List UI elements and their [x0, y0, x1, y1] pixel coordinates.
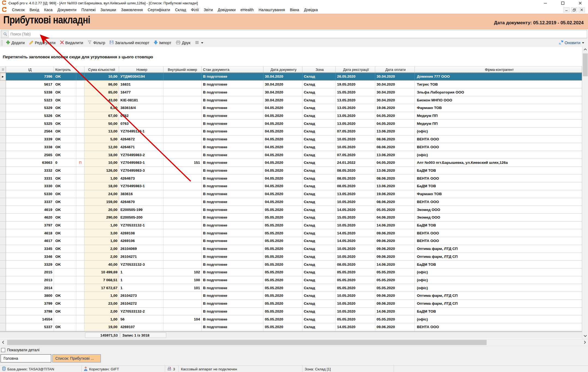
menu-item[interactable]: Список — [10, 7, 27, 13]
cell: 04.05.2020 — [263, 135, 302, 143]
table-row[interactable]: 3330OK18,00YZ70495983-1В подготовке04.05… — [0, 182, 582, 190]
table-row[interactable]: 3329OK40,00YZ70533132-3В подготовке05.05… — [0, 261, 582, 268]
column-header[interactable]: Номер — [119, 66, 163, 72]
cell: 4269108 — [119, 229, 163, 237]
menu-item[interactable]: Сертифікати — [145, 7, 172, 13]
scroll-right-arrow[interactable] — [582, 339, 588, 345]
export-button[interactable]: Загальний експорт — [107, 40, 151, 46]
menu-item[interactable]: Залишки — [98, 7, 119, 13]
import-button[interactable]: Імпорт — [151, 40, 173, 46]
edit-button[interactable]: Редагувати — [27, 40, 58, 46]
app-logo-icon — [2, 7, 7, 13]
menu-item[interactable]: Документи — [55, 7, 79, 13]
maximize-button[interactable] — [560, 1, 565, 5]
scroll-up-arrow[interactable] — [582, 46, 588, 52]
tab-home[interactable]: Головна — [1, 354, 51, 362]
group-by-panel[interactable]: Перетягніть заголовок колонки сюди для у… — [0, 47, 582, 66]
table-row[interactable]: 5325OK50,000763В подготовке04.05.2020Скл… — [0, 120, 582, 128]
menu-item[interactable]: Налаштування — [256, 7, 287, 13]
menu-item[interactable]: Замовлення — [119, 7, 145, 13]
table-row[interactable]: 5326OK67,000762В подготовке04.05.2020Скл… — [0, 112, 582, 120]
search-input[interactable] — [9, 32, 587, 37]
add-button[interactable]: Додати — [4, 40, 27, 46]
table-row[interactable]: 2564OK13,00YZ70495113-1В подготовке04.05… — [0, 128, 582, 135]
toolbar-grip[interactable] — [1, 40, 3, 46]
column-header[interactable] — [76, 66, 84, 72]
menu-item[interactable]: Склад — [172, 7, 189, 13]
table-row[interactable]: 3346OK2,0026104271В подготовке05.05.2020… — [0, 253, 582, 261]
cell: 30.04.2020 — [375, 88, 415, 96]
table-row[interactable]: 636630П10,00YZ70495983-1151В подготовке0… — [0, 159, 582, 167]
vertical-scroll-thumb[interactable] — [583, 53, 588, 76]
cell: 19.05.2020 — [336, 81, 375, 88]
menu-item[interactable]: Довідники — [215, 7, 238, 13]
table-row[interactable]: 201417 672,671101В подготовке05.05.2020С… — [0, 284, 582, 292]
table-row[interactable]: 5330OK24,00383616В подготовке04.05.2020С… — [0, 190, 582, 198]
table-row[interactable]: 4620OK290,00E200505-200В подготовке05.05… — [0, 214, 582, 222]
table-row[interactable]: 5337OK19,004269107В подготовке05.05.2020… — [0, 323, 582, 331]
column-header[interactable]: Дата оплати — [375, 66, 415, 72]
table-row[interactable]: 5323OK43,00KIE-08181В подготовке30.04.20… — [0, 96, 582, 104]
mdi-restore-button[interactable] — [571, 7, 577, 12]
menu-item[interactable]: Платежі — [79, 7, 98, 13]
menu-item[interactable]: eHealth — [238, 7, 256, 13]
vertical-scrollbar[interactable] — [582, 46, 588, 339]
table-row[interactable]: 5338OK85,0016477В подготовке30.04.2020Ск… — [0, 88, 582, 96]
table-row[interactable]: 4617OK1,004269106В подготовке05.05.2020С… — [0, 237, 582, 245]
horizontal-scrollbar[interactable] — [0, 339, 588, 346]
close-button[interactable] — [578, 1, 583, 5]
column-header[interactable]: ІД — [6, 66, 54, 72]
column-header[interactable]: Дата документу — [263, 66, 302, 72]
table-row[interactable]: 20137 068,511100В подготовке05.05.2020Ск… — [0, 276, 582, 284]
menu-item[interactable]: Звіти — [201, 7, 215, 13]
table-row[interactable]: 3797OK1,00YZ70533132-1В подготовке05.05.… — [0, 222, 582, 229]
cell — [76, 112, 84, 120]
menu-item[interactable]: Вікна — [287, 7, 302, 13]
menu-item[interactable]: Довідка — [302, 7, 320, 13]
table-row[interactable]: 3337OK159,004264670В подготовке04.05.202… — [0, 198, 582, 206]
menu-item[interactable]: Каса — [42, 7, 55, 13]
show-details-checkbox[interactable] — [1, 348, 5, 352]
table-row[interactable]: ►7396OK10,00УТДМ0304194В подготовке30.04… — [0, 73, 582, 81]
column-header[interactable]: Фірма-контрагент — [415, 66, 582, 72]
cell: OK — [54, 253, 76, 261]
table-row[interactable]: 5329OK6,00383616/4В подготовке04.05.2020… — [0, 104, 582, 112]
cell — [163, 81, 202, 88]
table-row[interactable]: 5617OK86,0016831В подготовке30.04.2020Ск… — [0, 81, 582, 89]
table-row[interactable]: 3798OK2,00YZ70533132-2В подготовке05.05.… — [0, 308, 582, 316]
minimize-button[interactable] — [543, 1, 548, 5]
column-header[interactable]: Сума кількостей — [84, 66, 119, 72]
column-header[interactable]: Внутрішній номер — [163, 66, 202, 72]
delete-button[interactable]: Видалити — [58, 40, 86, 46]
table-row[interactable]: 4618OK3,004269108В подготовке05.05.2020С… — [0, 229, 582, 237]
table-row[interactable]: 4619OK20,00E200505-199В подготовке05.05.… — [0, 206, 582, 214]
scroll-left-arrow[interactable] — [0, 339, 6, 345]
table-row[interactable]: 3800OK1,0026104273В подготовке05.05.2020… — [0, 292, 582, 300]
view-options-button[interactable] — [193, 40, 205, 46]
table-row[interactable]: 2565OK18,00YZ70495983-2В подготовке04.05… — [0, 151, 582, 159]
column-header[interactable]: Контроль — [54, 66, 76, 72]
table-row[interactable]: 3345OK2,0026104069В подготовке05.05.2020… — [0, 245, 582, 253]
table-row[interactable]: 3332OK126,00YZ70495983-3В подготовке04.0… — [0, 167, 582, 175]
scroll-down-arrow[interactable] — [582, 333, 588, 339]
table-row[interactable]: 3799OK23,0026104272В подготовке05.05.202… — [0, 300, 582, 308]
table-row[interactable]: 3339OK5,004264672В подготовке04.05.2020С… — [0, 135, 582, 143]
menu-item[interactable]: Вихід — [27, 7, 42, 13]
table-row[interactable]: 145541,0056104В подготовке05.05.2020Скла… — [0, 315, 582, 323]
column-header[interactable]: Дата реєстрації — [336, 66, 375, 72]
mdi-close-button[interactable] — [579, 7, 585, 12]
column-header[interactable]: Стан документа — [202, 66, 263, 72]
cell: YZ70533132-3 — [119, 261, 163, 268]
refresh-button[interactable]: Оновити — [556, 39, 588, 47]
column-header[interactable]: Зона — [302, 66, 336, 72]
tab-list-incoming-invoices[interactable]: Список: Прибуткові ... — [52, 354, 101, 362]
mdi-minimize-button[interactable] — [563, 7, 569, 12]
table-row[interactable]: 3338OK12,004264671В подготовке04.05.2020… — [0, 143, 582, 151]
filter-button[interactable]: Фільтр — [85, 40, 107, 46]
horizontal-scroll-thumb[interactable] — [7, 340, 487, 345]
table-row[interactable]: 3331OK1,004264673В подготовке04.05.2020С… — [0, 174, 582, 182]
table-row[interactable]: 201510 499,691102В подготовке05.05.2020С… — [0, 268, 582, 276]
cell: OK — [54, 308, 76, 315]
print-button[interactable]: Друк — [174, 40, 193, 46]
menu-item[interactable]: Філії — [189, 7, 201, 13]
